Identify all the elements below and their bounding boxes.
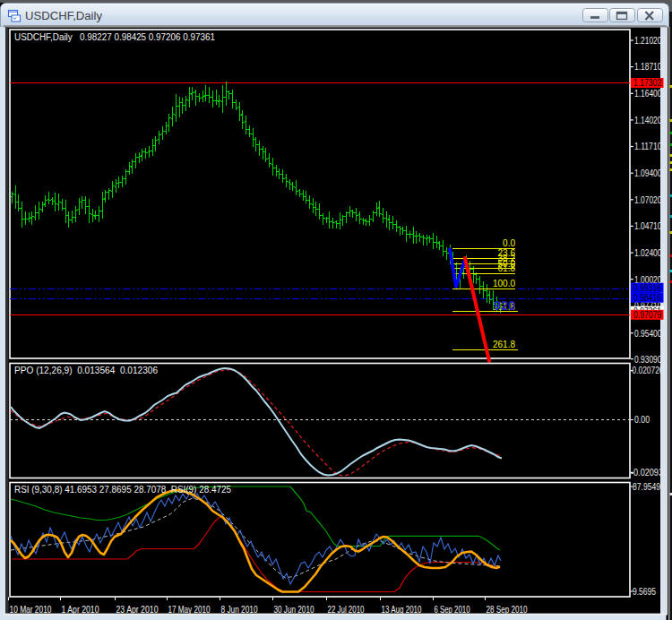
svg-text:10 Mar 2010: 10 Mar 2010	[10, 605, 52, 615]
svg-text:0.97079: 0.97079	[633, 309, 661, 320]
svg-text:1.07020: 1.07020	[634, 194, 662, 205]
svg-text:6 Sep 2010: 6 Sep 2010	[435, 605, 470, 615]
svg-text:1.09400: 1.09400	[634, 168, 662, 178]
svg-text:0.93090: 0.93090	[634, 354, 662, 365]
svg-text:USDCHF,Daily 0.98227 0.98425: USDCHF,Daily 0.98227 0.98425 0.97206 0.9…	[14, 32, 215, 42]
svg-text:61.8: 61.8	[498, 263, 516, 273]
svg-text:1 Apr 2010: 1 Apr 2010	[62, 605, 99, 615]
svg-text:0.00: 0.00	[634, 414, 650, 425]
svg-text:9.5695: 9.5695	[633, 586, 656, 597]
svg-text:1.11710: 1.11710	[634, 141, 662, 151]
svg-text:USDCHF,Daily: USDCHF,Daily	[25, 10, 102, 22]
svg-text:28 Sep 2010: 28 Sep 2010	[487, 605, 528, 615]
svg-text:1.18710: 1.18710	[634, 61, 662, 72]
svg-text:1.21020: 1.21020	[634, 35, 662, 46]
svg-text:1.17302: 1.17302	[633, 77, 661, 88]
svg-text:-0.02093: -0.02093	[631, 467, 663, 478]
svg-text:0.020726: 0.020726	[633, 365, 664, 375]
svg-text:100.0: 100.0	[493, 279, 515, 288]
svg-text:261.8: 261.8	[493, 340, 515, 349]
svg-text:920: 920	[494, 298, 515, 313]
svg-text:13 Aug 2010: 13 Aug 2010	[382, 605, 422, 615]
svg-text:0.98416: 0.98416	[633, 292, 661, 303]
svg-text:0.95400: 0.95400	[634, 328, 662, 339]
svg-text:RSI (9,30,8) 41.6953 27.8695 2: RSI (9,30,8) 41.6953 27.8695 28.7078 RSI…	[14, 485, 231, 495]
svg-text:23 Apr 2010: 23 Apr 2010	[116, 605, 159, 615]
svg-text:1.16400: 1.16400	[634, 88, 662, 99]
svg-text:1.14020: 1.14020	[634, 115, 662, 125]
svg-text:22 Jul 2010: 22 Jul 2010	[328, 605, 365, 615]
svg-text:1.02400: 1.02400	[634, 247, 662, 258]
svg-text:87.9549: 87.9549	[633, 481, 660, 492]
svg-text:PPO (12,26,9) 0.013564 0.012: PPO (12,26,9) 0.013564 0.012306	[14, 366, 158, 375]
svg-text:8 Jun 2010: 8 Jun 2010	[221, 605, 258, 615]
svg-text:30 Jun 2010: 30 Jun 2010	[274, 605, 314, 615]
svg-text:17 May 2010: 17 May 2010	[168, 605, 211, 615]
svg-text:0.0: 0.0	[503, 238, 515, 248]
svg-text:1.04710: 1.04710	[634, 220, 662, 231]
